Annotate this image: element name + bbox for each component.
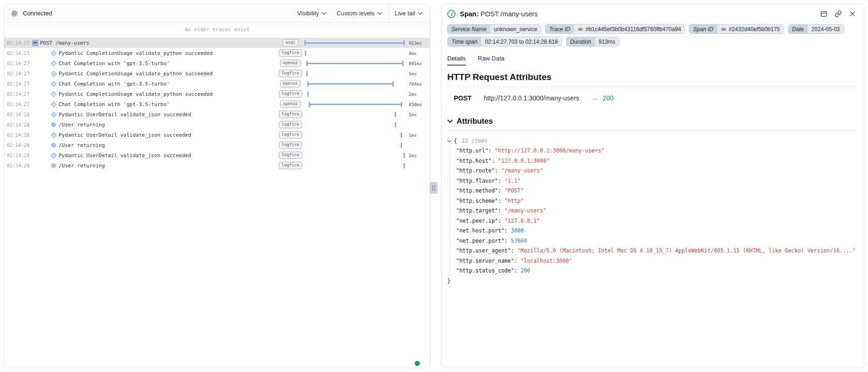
span-kind-label: Span: (460, 10, 478, 18)
http-url: http://127.0.0.1:3000/many-users (484, 94, 579, 102)
panel-split-icon[interactable] (820, 10, 828, 18)
trace-row[interactable]: 02:14:27POST /many-usersasgi913ms (4, 38, 430, 48)
attributes-section-header[interactable]: Attributes (447, 117, 856, 131)
tag-column: logfire (278, 131, 303, 138)
trace-row[interactable]: 02:14:28/User returninglogfire (4, 140, 430, 150)
duration-bar (304, 140, 405, 150)
trace-row-time: 02:14:28 (7, 133, 30, 138)
trace-row-time: 02:14:28 (7, 143, 30, 148)
scope-tag: asgi (283, 39, 298, 46)
attribute-key: "http.status_code" (456, 267, 514, 274)
scope-tag: logfire (279, 131, 302, 138)
bar-start-cap (395, 122, 396, 127)
custom-levels-dropdown[interactable]: Custom levels (331, 4, 387, 22)
live-tail-dropdown[interactable]: Live tail (390, 4, 424, 22)
attribute-value: "Mozilla/5.0 (Macintosh; Intel Mac OS X … (518, 247, 856, 254)
diamond-icon (50, 80, 57, 87)
attribute-key: "http.route" (456, 167, 495, 174)
attribute-key: "net.peer.ip" (456, 218, 498, 224)
chevron-down-icon (377, 12, 382, 15)
link-icon (721, 27, 727, 32)
duration-bar (304, 150, 405, 160)
meta-badge-value-text: unknown_service (494, 26, 537, 33)
attribute-value: "/many-users" (501, 167, 543, 174)
trace-row-duration: 2ms (405, 92, 430, 97)
bar-line (306, 63, 404, 64)
trace-row[interactable]: 02:14:28/User returninglogfire (4, 120, 430, 130)
tab-details[interactable]: Details (447, 55, 466, 66)
trace-row[interactable]: 02:14:27Pydantic CompletionUsage validat… (4, 89, 430, 99)
attribute-row: "net.peer.ip": "127.0.0.1" (456, 216, 856, 226)
trace-row-label: Pydantic UserDetail validate_json succee… (59, 132, 278, 138)
http-status: → 200 (592, 94, 613, 102)
bar-start-cap (401, 143, 402, 148)
scope-tag: logfire (279, 121, 302, 128)
trace-row-label: Pydantic CompletionUsage validate_python… (59, 91, 278, 97)
link-icon (578, 27, 583, 32)
duration-bar (304, 99, 405, 109)
link-icon[interactable] (834, 10, 842, 18)
live-indicator-dot (415, 361, 420, 366)
bar-end-cap (401, 102, 402, 107)
attribute-row: "net.peer.port": 57660 (456, 236, 856, 246)
duration-bar (304, 109, 405, 120)
items-count: 13 items (462, 136, 487, 146)
detail-tabs: DetailsRaw Data (447, 55, 856, 66)
trace-row-label: /User returning (59, 163, 278, 169)
trace-row[interactable]: 02:14:28/User returninglogfire (4, 160, 430, 171)
trace-row[interactable]: 02:14:27Pydantic CompletionUsage validat… (4, 48, 430, 58)
http-request-attributes-heading: HTTP Request Attributes (447, 72, 856, 87)
trace-row-label: /User returning (59, 122, 278, 128)
minus-square-icon[interactable] (32, 40, 38, 46)
info-icon: i (447, 10, 456, 18)
attributes-heading: Attributes (457, 117, 493, 126)
visibility-dropdown[interactable]: Visibility (292, 4, 332, 22)
meta-badge-label: Trace ID (545, 25, 574, 33)
open-brace: { (454, 136, 457, 146)
tag-column: logfire (278, 111, 303, 118)
gear-icon[interactable] (11, 10, 18, 17)
trace-row-label: Chat Completion with 'gpt-3.5-turbo' (59, 60, 278, 66)
close-icon[interactable] (849, 10, 856, 18)
trace-row[interactable]: 02:14:28Pydantic UserDetail validate_jso… (4, 109, 430, 120)
tag-column: openai (278, 60, 303, 66)
meta-badge-value[interactable]: #2432d40ef5b0b175 (717, 25, 784, 33)
attribute-row: "http.target": "/many-users" (456, 206, 856, 216)
attribute-value: 200 (520, 267, 530, 274)
trace-row[interactable]: 02:14:27Pydantic CompletionUsage validat… (4, 68, 430, 79)
attribute-value: 3000 (511, 227, 524, 234)
tab-raw-data[interactable]: Raw Data (478, 55, 505, 66)
trace-row[interactable]: 02:14:27Chat Completion with 'gpt-3.5-tu… (4, 58, 430, 68)
meta-badge-value-text: #b1c445ef3b0b43116df5760ffb470a94 (585, 26, 681, 33)
meta-badge-label: Date (788, 25, 807, 33)
json-root-line[interactable]: { 13 items (447, 136, 856, 146)
meta-badge: Trace ID#b1c445ef3b0b43116df5760ffb470a9… (545, 24, 685, 34)
meta-badge-label: Service Name (448, 25, 490, 33)
trace-row-time: 02:14:28 (7, 153, 30, 158)
chevron-down-icon (447, 140, 451, 143)
trace-row[interactable]: 02:14:27Chat Completion with 'gpt-3.5-tu… (4, 99, 430, 109)
trace-row[interactable]: 02:14:27Chat Completion with 'gpt-3.5-tu… (4, 79, 430, 89)
trace-row-label: Pydantic CompletionUsage validate_python… (59, 71, 278, 77)
circle-icon (50, 121, 57, 128)
trace-row[interactable]: 02:14:28Pydantic UserDetail validate_jso… (4, 130, 430, 140)
diamond-icon (50, 101, 57, 107)
tag-column: logfire (278, 49, 303, 56)
panel-resize-handle[interactable] (430, 182, 437, 194)
duration-bar (304, 89, 405, 99)
visibility-dropdown-label: Visibility (297, 10, 319, 17)
trace-row-time: 02:14:27 (7, 81, 30, 86)
trace-row[interactable]: 02:14:28Pydantic UserDetail validate_jso… (4, 150, 430, 160)
scope-tag: logfire (279, 152, 302, 159)
span-detail-header: i Span:POST /many-users (447, 10, 856, 18)
duration-bar (304, 38, 405, 48)
attribute-value: "127.0.0.1:3000" (498, 158, 550, 164)
diamond-icon (50, 152, 57, 159)
scope-tag: logfire (279, 141, 302, 148)
trace-row-time: 02:14:28 (7, 163, 30, 168)
attributes-json-viewer: { 13 items "http.url": "http://127.0.0.1… (447, 136, 856, 286)
meta-badge-value[interactable]: #b1c445ef3b0b43116df5760ffb470a94 (574, 25, 685, 33)
span-name: POST /many-users (480, 10, 538, 18)
bar-start-cap (306, 71, 308, 76)
bar-end-cap (392, 81, 394, 86)
